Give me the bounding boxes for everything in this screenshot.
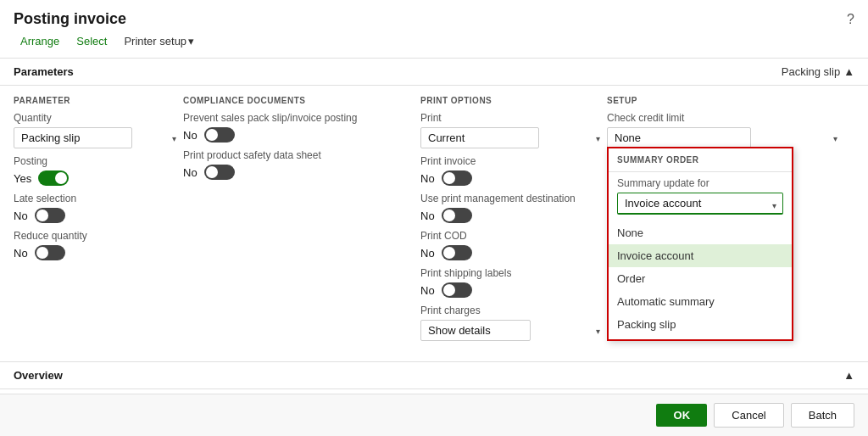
reduce-quantity-toggle[interactable] [35, 245, 65, 260]
overview-section: Overview ▲ [0, 361, 868, 389]
print-charges-dropdown-wrap: Show details ▾ [420, 320, 607, 341]
check-credit-dropdown-wrap: None ▾ [607, 127, 844, 148]
summary-option-order[interactable]: Order [609, 267, 792, 290]
check-credit-dropdown[interactable]: None [607, 127, 751, 148]
use-print-mgmt-toggle[interactable] [442, 208, 472, 223]
prevent-toggle[interactable] [204, 127, 235, 143]
print-cod-label: Print COD [420, 230, 607, 242]
posting-toggle[interactable] [38, 170, 69, 186]
print-charges-label: Print charges [420, 305, 607, 316]
print-shipping-label: Print shipping labels [420, 267, 607, 279]
summary-option-none[interactable]: None [609, 221, 792, 244]
prevent-toggle-row: No [183, 127, 420, 143]
late-selection-label: Late selection [14, 193, 183, 204]
packing-slip-label: Packing slip [782, 65, 840, 78]
top-bar: Posting invoice ? [0, 0, 868, 31]
cancel-button[interactable]: Cancel [714, 403, 783, 428]
setup-column: SETUP Check credit limit None ▾ Credit c… [607, 96, 844, 348]
quantity-label: Quantity [14, 112, 183, 124]
summary-order-box: SUMMARY ORDER Summary update for Invoice… [607, 147, 793, 341]
late-selection-param: Late selection No [14, 193, 183, 230]
use-print-mgmt-label: Use print management destination [420, 193, 607, 204]
page-title: Posting invoice [14, 10, 126, 28]
use-print-mgmt-toggle-row: No [420, 208, 607, 223]
collapse-icon: ▲ [843, 65, 854, 78]
print-charges-param: Print charges Show details ▾ [420, 305, 607, 348]
compliance-col-header: COMPLIANCE DOCUMENTS [183, 96, 420, 112]
reduce-quantity-toggle-row: No [14, 245, 183, 260]
summary-dropdown-wrap: Invoice account ▾ [609, 193, 792, 218]
summary-order-dropdown[interactable]: Invoice account [617, 193, 783, 215]
print-invoice-toggle[interactable] [442, 170, 472, 186]
check-credit-dropdown-arrow: ▾ [833, 133, 837, 143]
quantity-dropdown[interactable]: Packing slip [14, 127, 132, 148]
parameter-column: PARAMETER Quantity Packing slip ▾ Postin… [14, 96, 183, 348]
nav-links: Arrange Select Printer setup ▾ [0, 31, 868, 59]
reduce-quantity-param: Reduce quantity No [14, 230, 183, 267]
safety-toggle[interactable] [204, 165, 235, 180]
print-cod-value: No [420, 247, 435, 260]
print-cod-toggle-row: No [420, 245, 607, 260]
parameters-collapse[interactable]: Packing slip ▲ [782, 65, 854, 78]
print-invoice-param: Print invoice No [420, 155, 607, 193]
posting-toggle-row: Yes [14, 170, 183, 186]
print-invoice-value: No [420, 172, 435, 185]
summary-options-list: None Invoice account Order Automatic sum… [609, 218, 792, 339]
print-shipping-toggle-row: No [420, 282, 607, 298]
print-charges-dropdown-arrow: ▾ [596, 326, 600, 335]
prevent-label: Prevent sales pack slip/invoice posting [183, 112, 420, 124]
compliance-column: COMPLIANCE DOCUMENTS Prevent sales pack … [183, 96, 420, 348]
nav-arrange[interactable]: Arrange [14, 31, 66, 51]
reduce-quantity-label: Reduce quantity [14, 230, 183, 242]
print-invoice-label: Print invoice [420, 155, 607, 167]
reduce-quantity-value: No [14, 247, 28, 260]
overview-collapse-icon[interactable]: ▲ [843, 369, 854, 382]
check-credit-label: Check credit limit [607, 112, 844, 124]
main-content: Parameters Packing slip ▲ PARAMETER Quan… [0, 59, 868, 394]
setup-col-header: SETUP [607, 96, 844, 112]
ok-button[interactable]: OK [656, 404, 707, 427]
print-shipping-param: Print shipping labels No [420, 267, 607, 305]
print-dropdown[interactable]: Current [420, 127, 539, 148]
use-print-mgmt-value: No [420, 210, 435, 222]
posting-value: Yes [14, 172, 31, 185]
quantity-param: Quantity Packing slip ▾ [14, 112, 183, 155]
prevent-value: No [183, 129, 198, 142]
help-icon[interactable]: ? [847, 12, 854, 27]
chevron-down-icon: ▾ [188, 35, 194, 48]
parameters-grid: PARAMETER Quantity Packing slip ▾ Postin… [0, 86, 868, 358]
parameter-col-header: PARAMETER [14, 96, 183, 112]
batch-button[interactable]: Batch [791, 403, 854, 428]
nav-select[interactable]: Select [70, 31, 114, 51]
print-dropdown-arrow: ▾ [596, 133, 600, 143]
summary-update-label: Summary update for [609, 172, 792, 193]
nav-printer-setup[interactable]: Printer setup ▾ [117, 31, 201, 51]
late-selection-toggle-row: No [14, 208, 183, 223]
print-options-column: PRINT OPTIONS Print Current ▾ Print invo… [420, 96, 607, 348]
overview-title: Overview [14, 369, 63, 382]
print-charges-dropdown[interactable]: Show details [420, 320, 531, 341]
parameters-section-header: Parameters Packing slip ▲ [0, 59, 868, 86]
parameters-title: Parameters [14, 65, 74, 78]
print-label: Print [420, 112, 607, 124]
print-invoice-toggle-row: No [420, 170, 607, 186]
safety-value: No [183, 166, 198, 179]
prevent-param: Prevent sales pack slip/invoice posting … [183, 112, 420, 149]
footer: OK Cancel Batch [0, 394, 868, 436]
summary-option-invoice-account[interactable]: Invoice account [609, 244, 792, 267]
safety-toggle-row: No [183, 165, 420, 180]
print-param: Print Current ▾ [420, 112, 607, 155]
print-shipping-value: No [420, 284, 435, 297]
posting-param: Posting Yes [14, 155, 183, 193]
print-options-col-header: PRINT OPTIONS [420, 96, 607, 112]
print-shipping-toggle[interactable] [442, 282, 472, 298]
print-cod-toggle[interactable] [442, 245, 472, 260]
late-selection-value: No [14, 210, 28, 222]
summary-option-packing-slip[interactable]: Packing slip [609, 313, 792, 336]
late-selection-toggle[interactable] [35, 208, 65, 223]
posting-label: Posting [14, 155, 183, 167]
summary-option-automatic-summary[interactable]: Automatic summary [609, 290, 792, 313]
safety-param: Print product safety data sheet No [183, 149, 420, 187]
summary-order-title: SUMMARY ORDER [609, 148, 792, 172]
posting-invoice-page: Posting invoice ? Arrange Select Printer… [0, 0, 868, 436]
